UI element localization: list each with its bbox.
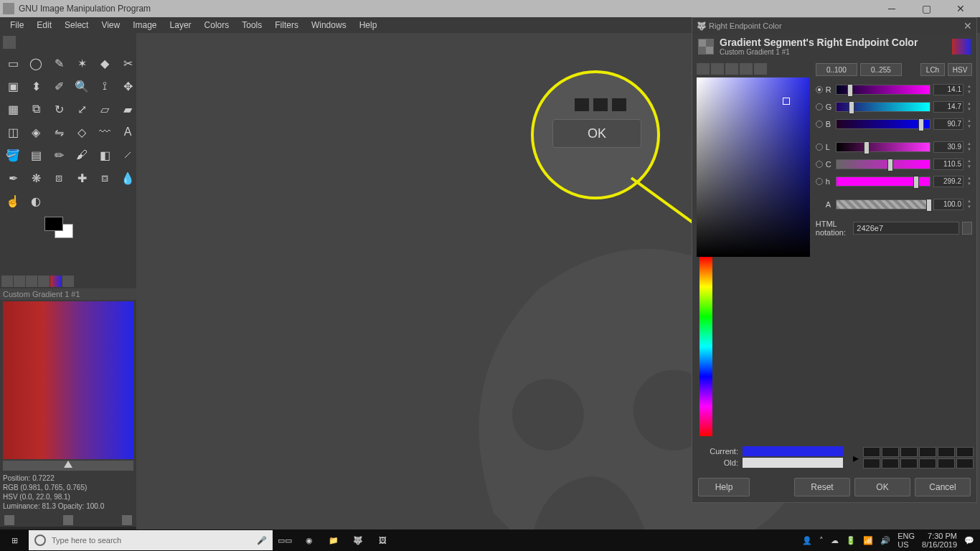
- action-center-icon[interactable]: 💬: [964, 536, 974, 545]
- tool-ink[interactable]: ✒: [3, 168, 23, 188]
- toolbox-tab[interactable]: [3, 36, 16, 49]
- spin-down[interactable]: ▼: [966, 204, 972, 210]
- tool-paths[interactable]: ⬍: [26, 76, 46, 96]
- spin-up[interactable]: ▲: [966, 176, 972, 182]
- history-slot[interactable]: [882, 447, 899, 457]
- dock-tab[interactable]: [26, 276, 37, 287]
- tool-rect-select[interactable]: ▭: [3, 53, 23, 73]
- menu-help[interactable]: Help: [354, 19, 383, 32]
- tool-perspective-clone[interactable]: ⧈: [95, 168, 115, 188]
- spin-up[interactable]: ▲: [966, 199, 972, 204]
- tool-crop[interactable]: ⧉: [26, 99, 46, 119]
- start-button[interactable]: ⊞: [0, 529, 29, 551]
- spin-up[interactable]: ▲: [966, 84, 972, 90]
- people-icon[interactable]: 👤: [802, 536, 812, 545]
- fg-color[interactable]: [44, 217, 63, 231]
- tool-text[interactable]: A: [118, 122, 138, 142]
- history-slot[interactable]: [882, 458, 899, 468]
- tool-paintbrush[interactable]: 🖌: [72, 145, 92, 165]
- channel-radio-g[interactable]: [816, 103, 823, 110]
- value-g[interactable]: 14.7: [933, 101, 963, 113]
- tool-ellipse-select[interactable]: ◯: [26, 53, 46, 73]
- slider-c[interactable]: [836, 159, 930, 169]
- scale-0-255-button[interactable]: 0..255: [860, 63, 902, 76]
- spin-up[interactable]: ▲: [966, 101, 972, 107]
- menu-edit[interactable]: Edit: [31, 19, 57, 32]
- taskbar-app-photos[interactable]: 🖼: [370, 529, 395, 551]
- color-selector-tab-watercolor[interactable]: [725, 63, 738, 75]
- gradient-zoom-out-icon[interactable]: [4, 515, 14, 525]
- slider-a[interactable]: [836, 199, 930, 209]
- tool-clone[interactable]: ⧇: [49, 168, 69, 188]
- scale-0-100-button[interactable]: 0..100: [816, 63, 857, 76]
- taskbar-search[interactable]: Type here to search 🎤: [29, 530, 273, 550]
- menu-filters[interactable]: Filters: [269, 19, 304, 32]
- window-minimize-button[interactable]: ─: [881, 1, 903, 16]
- channel-radio-r[interactable]: [816, 86, 823, 93]
- tray-chevron-up-icon[interactable]: ˄: [819, 536, 824, 545]
- window-close-button[interactable]: ✕: [950, 1, 971, 16]
- spin-up[interactable]: ▲: [966, 118, 972, 124]
- taskbar-app-chrome[interactable]: ◉: [297, 529, 321, 551]
- clock[interactable]: 7:30 PM8/16/2019: [922, 532, 957, 549]
- menu-file[interactable]: File: [4, 19, 29, 32]
- language-indicator[interactable]: ENGUS: [897, 532, 915, 549]
- tool-scissors-select[interactable]: ✂: [118, 53, 138, 73]
- dock-tab-gradient[interactable]: [50, 276, 62, 287]
- history-slot[interactable]: [863, 458, 880, 468]
- tool-bucket-fill[interactable]: 🪣: [3, 145, 23, 165]
- tool-fuzzy-select[interactable]: ✶: [72, 53, 92, 73]
- value-c[interactable]: 110.5: [933, 159, 963, 170]
- slider-h[interactable]: [836, 176, 930, 187]
- hue-strip[interactable]: [699, 257, 712, 436]
- gradient-zoom-fit-icon[interactable]: [122, 515, 132, 525]
- channel-radio-b[interactable]: [816, 121, 823, 128]
- history-slot[interactable]: [900, 447, 918, 457]
- color-selector-tab-wheel[interactable]: [740, 63, 753, 75]
- dock-tab[interactable]: [14, 276, 25, 287]
- tool-foreground-select[interactable]: ▣: [3, 76, 23, 96]
- history-slot[interactable]: [956, 447, 974, 457]
- channel-radio-l[interactable]: [816, 143, 823, 151]
- gradient-preview[interactable]: [3, 301, 133, 459]
- spin-down[interactable]: ▼: [966, 182, 972, 187]
- tool-smudge[interactable]: ☝: [3, 191, 23, 211]
- menu-view[interactable]: View: [95, 19, 126, 32]
- menu-windows[interactable]: Windows: [306, 19, 352, 32]
- add-to-history-button[interactable]: ▸: [853, 451, 859, 465]
- color-selector-tab-cmyk[interactable]: [711, 63, 724, 75]
- value-r[interactable]: 14.1: [933, 84, 963, 95]
- tool-gradient[interactable]: ▤: [26, 145, 46, 165]
- value-h[interactable]: 299.2: [933, 176, 963, 187]
- volume-icon[interactable]: 🔊: [880, 536, 890, 545]
- value-b[interactable]: 90.7: [933, 118, 963, 130]
- gradient-stops-track[interactable]: [3, 461, 133, 471]
- tool-color-picker[interactable]: ✐: [49, 76, 69, 96]
- tool-rotate[interactable]: ↻: [49, 99, 69, 119]
- tool-flip[interactable]: ⇋: [49, 122, 69, 142]
- history-slot[interactable]: [919, 447, 936, 457]
- dock-tab[interactable]: [1, 276, 13, 287]
- cancel-button[interactable]: Cancel: [915, 478, 971, 496]
- task-view-button[interactable]: ▭▭: [273, 529, 297, 551]
- help-button[interactable]: Help: [698, 478, 750, 496]
- tool-scale[interactable]: ⤢: [72, 99, 92, 119]
- slider-l[interactable]: [836, 142, 930, 152]
- tool-zoom[interactable]: 🔍: [72, 76, 92, 96]
- tool-airbrush[interactable]: ⟋: [118, 145, 138, 165]
- value-a[interactable]: 100.0: [933, 199, 963, 210]
- mode-lch-button[interactable]: LCh: [920, 63, 945, 76]
- spin-down[interactable]: ▼: [966, 147, 972, 153]
- tool-mypaint[interactable]: ❋: [26, 168, 46, 188]
- spin-up[interactable]: ▲: [966, 141, 972, 147]
- mic-icon[interactable]: 🎤: [257, 536, 267, 545]
- tool-align[interactable]: ▦: [3, 99, 23, 119]
- color-selector-tab-palette[interactable]: [754, 63, 767, 75]
- tool-warp[interactable]: 〰: [95, 122, 115, 142]
- saturation-value-area[interactable]: [697, 77, 810, 257]
- tool-shear[interactable]: ▱: [95, 99, 115, 119]
- tool-handle-transform[interactable]: ◈: [26, 122, 46, 142]
- spin-down[interactable]: ▼: [966, 107, 972, 113]
- html-notation-input[interactable]: [853, 222, 959, 235]
- history-slot[interactable]: [938, 458, 955, 468]
